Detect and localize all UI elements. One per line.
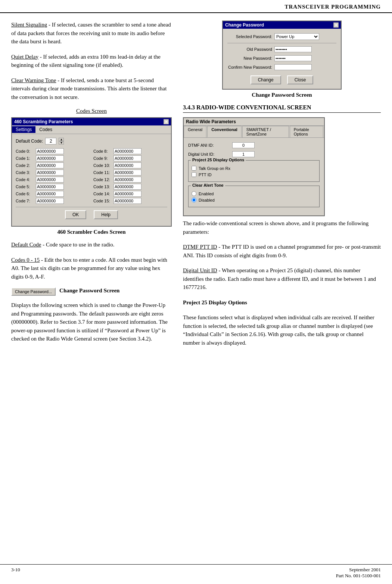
rw-tab[interactable]: Conventional [207, 126, 242, 137]
code-label: Code 9: [93, 156, 112, 161]
code-label: Code 5: [16, 184, 34, 189]
change-password-button[interactable]: Change Password... [11, 288, 56, 296]
codes-grid: Code 0: Code 8: Code 1: Code 9: Code 2: … [16, 148, 167, 204]
code-input[interactable] [113, 148, 141, 154]
code-row: Code 12: [93, 177, 167, 183]
quiet-delay-text: Quiet Delay - If selected, adds an extra… [11, 53, 172, 69]
code-row: Code 4: [16, 177, 90, 183]
digital-unit-input[interactable] [232, 151, 255, 157]
old-pw-input[interactable] [274, 46, 312, 52]
alert-tone-options: Enabled Disabled [192, 191, 316, 202]
disabled-radio[interactable] [192, 198, 196, 202]
code-label: Code 1: [16, 156, 34, 161]
cp-title: Change Password [225, 22, 264, 28]
disabled-row: Disabled [192, 198, 316, 202]
code-row: Code 3: [16, 170, 90, 175]
p25-options: Talk Group on Rx PTT ID [192, 166, 316, 177]
codes-desc-term: Codes 0 - 15 [11, 257, 40, 263]
spinner-control[interactable]: ▲ ▼ [59, 138, 64, 145]
close-btn[interactable]: Close [287, 75, 314, 84]
menu-settings[interactable]: Settings [12, 126, 35, 133]
quiet-delay-term: Quiet Delay [11, 54, 38, 60]
alert-tone-group-box: Clear Alert Tone Enabled Disabled [188, 186, 320, 207]
talk-group-checkbox[interactable] [192, 166, 196, 171]
change-pw-section-label: Change Password Screen [59, 288, 119, 294]
dtmf-term: DTMF PTT ID [183, 244, 217, 250]
new-pw-label: New Password: [227, 56, 272, 60]
spinner-up-icon[interactable]: ▲ [59, 138, 64, 141]
p25-group-title: Project 25 Display Options [191, 158, 246, 162]
default-code-input[interactable] [45, 138, 56, 145]
p25-display-heading: Project 25 Display Options [183, 299, 247, 305]
code-input[interactable] [36, 198, 64, 204]
enabled-radio[interactable] [192, 191, 196, 196]
code-input[interactable] [36, 177, 64, 183]
silent-signaling-section: Silent Signaling - If selected, causes t… [11, 21, 172, 46]
default-code-desc: Default Code - Code space to use in the … [11, 240, 172, 249]
ok-button[interactable]: OK [65, 210, 86, 219]
dtmf-ani-input[interactable] [232, 142, 255, 148]
code-input[interactable] [36, 191, 64, 197]
code-input[interactable] [113, 162, 141, 168]
help-button[interactable]: Help [94, 210, 118, 219]
change-pw-body: Displays the following screen which is u… [11, 301, 172, 343]
selected-pw-select[interactable]: Power Up [274, 33, 319, 40]
code-input[interactable] [113, 170, 141, 175]
enabled-row: Enabled [192, 191, 316, 196]
rw-tab[interactable]: General [184, 126, 206, 137]
rw-tabs: GeneralConventionalSMARTNET / SmartZoneP… [184, 126, 324, 138]
selected-pw-label: Selected Password: [227, 34, 272, 39]
code-input[interactable] [36, 148, 64, 154]
scrambler-caption: 460 Scrambler Codes Screen [11, 229, 172, 235]
footer-date: September 2001 [336, 567, 381, 573]
codes-screen-heading: Codes Screen [11, 108, 172, 114]
code-input[interactable] [113, 177, 141, 183]
code-row: Code 1: [16, 155, 90, 161]
default-code-row: Default Code: ▲ ▼ [16, 138, 167, 145]
change-btn[interactable]: Change [251, 75, 281, 84]
code-input[interactable] [113, 198, 141, 204]
cp-titlebar: Change Password ✕ [223, 21, 341, 29]
page-header: TRANSCEIVER PROGRAMMING [0, 0, 392, 13]
scrambler-title: 460 Scrambling Parameters [14, 119, 73, 124]
new-pw-row: New Password: [227, 55, 336, 61]
titlebar-controls: ✕ [164, 119, 169, 124]
rw-titlebar: Radio Wide Parameters [184, 118, 324, 126]
ptt-id-checkbox[interactable] [192, 172, 196, 177]
code-input[interactable] [36, 162, 64, 168]
code-row: Code 0: [16, 148, 90, 154]
right-column: Change Password ✕ Selected Password: Pow… [183, 21, 381, 354]
code-label: Code 4: [16, 177, 34, 182]
rw-tab[interactable]: Portable Options [290, 126, 323, 137]
digital-unit-row: Digital Unit ID: [188, 151, 320, 157]
disabled-label: Disabled [199, 198, 215, 202]
code-input[interactable] [36, 155, 64, 161]
p25-heading-section: Project 25 Display Options [183, 298, 381, 307]
code-row: Code 6: [16, 191, 90, 197]
new-pw-input[interactable] [274, 55, 312, 61]
quiet-delay-section: Quiet Delay - If selected, adds an extra… [11, 53, 172, 69]
cp-close-icon[interactable]: ✕ [333, 22, 339, 28]
selected-pw-row: Selected Password: Power Up [227, 33, 336, 40]
left-column: Silent Signaling - If selected, causes t… [11, 21, 172, 354]
close-icon[interactable]: ✕ [164, 119, 169, 124]
code-input[interactable] [113, 191, 141, 197]
dtmf-ani-label: DTMF ANI ID: [188, 143, 229, 147]
scrambler-menu: Settings Codes [12, 125, 171, 134]
code-input[interactable] [113, 155, 141, 161]
page-number: 3-10 [11, 567, 20, 579]
confirm-pw-input[interactable] [274, 64, 312, 70]
code-row: Code 14: [93, 191, 167, 197]
digital-unit-label: Digital Unit ID: [188, 152, 229, 156]
confirm-pw-label: Confirm New Password: [227, 65, 272, 69]
code-row: Code 5: [16, 184, 90, 190]
cp-titlebar-controls: ✕ [333, 22, 339, 28]
default-code-label: Default Code: [16, 139, 43, 144]
code-input[interactable] [113, 184, 141, 190]
rw-tab[interactable]: SMARTNET / SmartZone [242, 126, 289, 137]
spinner-down-icon[interactable]: ▼ [59, 141, 64, 145]
ptt-id-label: PTT ID [199, 173, 212, 177]
menu-codes[interactable]: Codes [35, 126, 56, 133]
code-input[interactable] [36, 184, 64, 190]
code-input[interactable] [36, 170, 64, 175]
